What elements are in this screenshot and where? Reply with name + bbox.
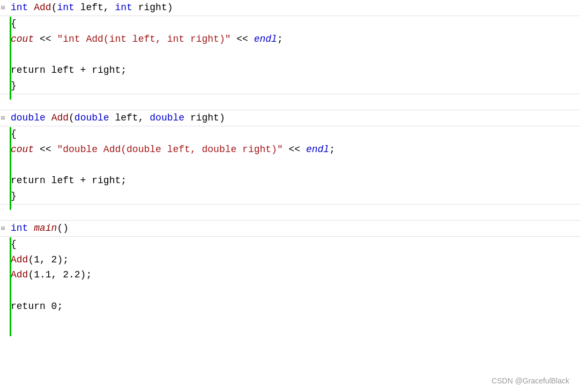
func3-blank-line — [0, 283, 580, 299]
func3-signature: int main() — [11, 223, 69, 233]
func2-blank-line — [0, 157, 580, 173]
fold-icon-1[interactable]: ⊞ — [1, 3, 5, 13]
func2-open-brace: { — [0, 126, 580, 142]
vbar-2 — [10, 127, 11, 210]
func3-return-line: return 0; — [0, 299, 580, 314]
function-block-1: ⊞ int Add(int left, int right) { cout <<… — [0, 0, 580, 94]
func2-return-line: return left + right; — [0, 173, 580, 189]
func1-close-brace: } — [0, 78, 580, 94]
func1-blank-line — [0, 47, 580, 63]
function-block-3: ⊞ int main() { Add(1, 2); Add(1.1, 2.2);… — [0, 221, 580, 314]
code-editor: ⊞ int Add(int left, int right) { cout <<… — [0, 0, 580, 392]
func1-cout-line: cout << "int Add(int left, int right)" <… — [0, 32, 580, 47]
func2-close-brace: } — [0, 189, 580, 205]
blank-line-1 — [0, 94, 580, 110]
func2-signature: double Add(double left, double right) — [11, 112, 225, 123]
func3-add1-line: Add(1, 2); — [0, 252, 580, 268]
func2-cout-line: cout << "double Add(double left, double … — [0, 142, 580, 157]
function-block-2: ⊞ double Add(double left, double right) … — [0, 110, 580, 205]
fold-icon-3[interactable]: ⊞ — [1, 224, 5, 234]
func1-open-brace: { — [0, 16, 580, 32]
func1-signature: int Add(int left, int right) — [11, 2, 173, 13]
vbar-3 — [10, 237, 11, 336]
watermark: CSDN @GracefulBlack — [492, 375, 569, 387]
blank-line-2 — [0, 205, 580, 221]
func3-open-brace: { — [0, 237, 580, 252]
fold-icon-2[interactable]: ⊞ — [1, 114, 5, 124]
func3-add2-line: Add(1.1, 2.2); — [0, 267, 580, 283]
vbar-1 — [10, 17, 11, 100]
func1-return-line: return left + right; — [0, 63, 580, 78]
